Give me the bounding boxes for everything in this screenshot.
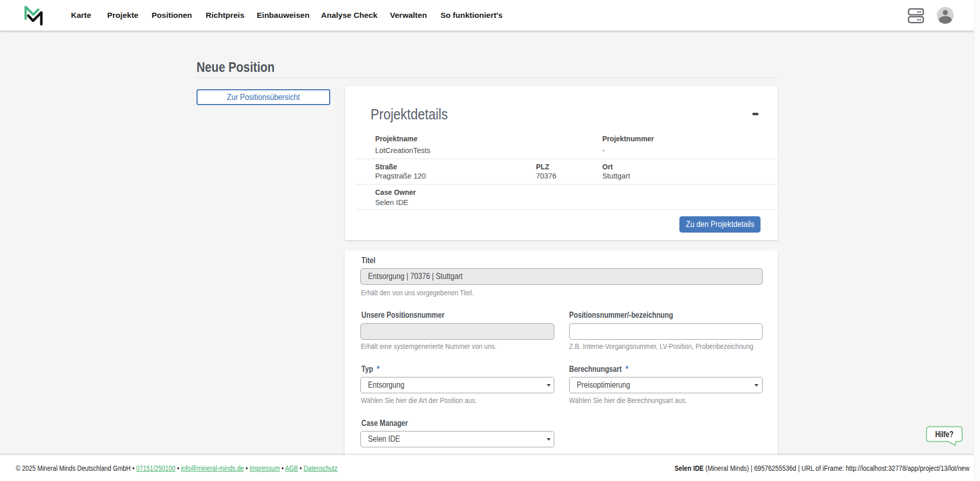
svg-text:Hilfe?: Hilfe?: [935, 429, 953, 439]
